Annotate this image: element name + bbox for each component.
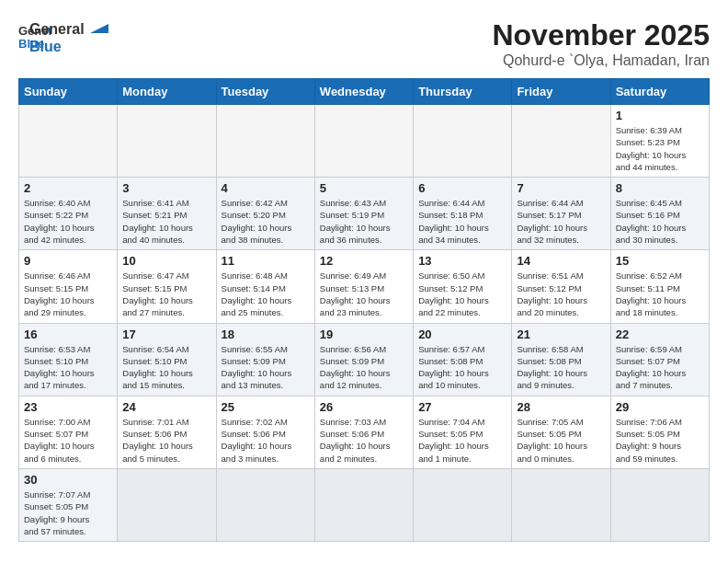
day-number: 16 [24, 327, 112, 341]
day-number: 9 [24, 254, 112, 268]
day-number: 11 [222, 254, 310, 268]
day-info: Sunrise: 7:04 AM Sunset: 5:05 PM Dayligh… [418, 416, 506, 465]
weekday-monday: Monday [118, 79, 216, 105]
calendar-cell: 12Sunrise: 6:49 AM Sunset: 5:13 PM Dayli… [314, 250, 413, 323]
day-info: Sunrise: 6:51 AM Sunset: 5:12 PM Dayligh… [517, 270, 605, 318]
page-title: November 2025 [492, 18, 710, 52]
weekday-header-row: SundayMondayTuesdayWednesdayThursdayFrid… [19, 79, 710, 105]
week-row-2: 2Sunrise: 6:40 AM Sunset: 5:22 PM Daylig… [19, 178, 710, 250]
calendar-cell [216, 105, 314, 178]
logo-general-text: General [29, 20, 85, 38]
day-info: Sunrise: 7:06 AM Sunset: 5:05 PM Dayligh… [616, 416, 704, 465]
weekday-sunday: Sunday [19, 79, 118, 105]
calendar-cell: 2Sunrise: 6:40 AM Sunset: 5:22 PM Daylig… [19, 178, 118, 250]
calendar-cell: 1Sunrise: 6:39 AM Sunset: 5:23 PM Daylig… [610, 105, 709, 178]
day-info: Sunrise: 6:55 AM Sunset: 5:09 PM Dayligh… [222, 343, 310, 392]
day-info: Sunrise: 6:56 AM Sunset: 5:09 PM Dayligh… [320, 343, 408, 392]
week-row-6: 30Sunrise: 7:07 AM Sunset: 5:05 PM Dayli… [19, 468, 710, 541]
day-info: Sunrise: 6:41 AM Sunset: 5:21 PM Dayligh… [122, 197, 210, 246]
calendar-cell: 18Sunrise: 6:55 AM Sunset: 5:09 PM Dayli… [216, 323, 314, 396]
week-row-5: 23Sunrise: 7:00 AM Sunset: 5:07 PM Dayli… [19, 396, 710, 468]
calendar-cell: 21Sunrise: 6:58 AM Sunset: 5:08 PM Dayli… [512, 323, 610, 396]
day-number: 10 [122, 254, 210, 268]
day-number: 19 [320, 327, 408, 341]
calendar-cell: 15Sunrise: 6:52 AM Sunset: 5:11 PM Dayli… [610, 250, 709, 323]
weekday-saturday: Saturday [610, 79, 709, 105]
day-info: Sunrise: 6:44 AM Sunset: 5:17 PM Dayligh… [517, 197, 605, 246]
day-number: 18 [222, 327, 310, 341]
day-info: Sunrise: 6:58 AM Sunset: 5:08 PM Dayligh… [517, 343, 605, 392]
day-number: 29 [616, 400, 704, 414]
day-info: Sunrise: 6:45 AM Sunset: 5:16 PM Dayligh… [616, 197, 704, 246]
day-number: 20 [418, 327, 506, 341]
page-subtitle: Qohurd-e `Olya, Hamadan, Iran [492, 52, 710, 69]
day-number: 25 [222, 400, 310, 414]
day-info: Sunrise: 7:00 AM Sunset: 5:07 PM Dayligh… [24, 416, 112, 465]
day-number: 7 [517, 181, 605, 195]
day-number: 8 [616, 181, 704, 195]
day-number: 22 [616, 327, 704, 341]
day-info: Sunrise: 6:57 AM Sunset: 5:08 PM Dayligh… [418, 343, 506, 392]
day-info: Sunrise: 6:53 AM Sunset: 5:10 PM Dayligh… [24, 343, 112, 392]
calendar-cell: 22Sunrise: 6:59 AM Sunset: 5:07 PM Dayli… [610, 323, 709, 396]
day-number: 24 [122, 400, 210, 414]
day-number: 6 [418, 181, 506, 195]
calendar-cell: 20Sunrise: 6:57 AM Sunset: 5:08 PM Dayli… [414, 323, 512, 396]
calendar-cell: 25Sunrise: 7:02 AM Sunset: 5:06 PM Dayli… [216, 396, 314, 468]
day-info: Sunrise: 6:59 AM Sunset: 5:07 PM Dayligh… [616, 343, 704, 392]
logo-blue-text: Blue [29, 38, 85, 55]
day-info: Sunrise: 7:01 AM Sunset: 5:06 PM Dayligh… [122, 416, 210, 465]
day-number: 5 [320, 181, 408, 195]
calendar-cell: 7Sunrise: 6:44 AM Sunset: 5:17 PM Daylig… [512, 178, 610, 250]
day-info: Sunrise: 6:43 AM Sunset: 5:19 PM Dayligh… [320, 197, 408, 246]
weekday-wednesday: Wednesday [314, 79, 413, 105]
day-info: Sunrise: 6:39 AM Sunset: 5:23 PM Dayligh… [616, 124, 704, 173]
day-info: Sunrise: 6:54 AM Sunset: 5:10 PM Dayligh… [122, 343, 210, 392]
calendar-cell: 9Sunrise: 6:46 AM Sunset: 5:15 PM Daylig… [19, 250, 118, 323]
calendar-cell [216, 468, 314, 541]
day-info: Sunrise: 6:44 AM Sunset: 5:18 PM Dayligh… [418, 197, 506, 246]
day-info: Sunrise: 6:46 AM Sunset: 5:15 PM Dayligh… [24, 270, 112, 318]
calendar-cell: 24Sunrise: 7:01 AM Sunset: 5:06 PM Dayli… [118, 396, 216, 468]
calendar-cell: 27Sunrise: 7:04 AM Sunset: 5:05 PM Dayli… [414, 396, 512, 468]
calendar-cell: 14Sunrise: 6:51 AM Sunset: 5:12 PM Dayli… [512, 250, 610, 323]
logo: General Blue General Blue [18, 18, 108, 55]
day-number: 26 [320, 400, 408, 414]
calendar-cell [610, 468, 709, 541]
weekday-friday: Friday [512, 79, 610, 105]
calendar-cell [118, 105, 216, 178]
day-info: Sunrise: 7:02 AM Sunset: 5:06 PM Dayligh… [222, 416, 310, 465]
day-info: Sunrise: 7:07 AM Sunset: 5:05 PM Dayligh… [24, 488, 112, 537]
calendar-cell: 6Sunrise: 6:44 AM Sunset: 5:18 PM Daylig… [414, 178, 512, 250]
title-block: November 2025 Qohurd-e `Olya, Hamadan, I… [492, 18, 710, 69]
day-info: Sunrise: 6:40 AM Sunset: 5:22 PM Dayligh… [24, 197, 112, 246]
calendar-cell: 8Sunrise: 6:45 AM Sunset: 5:16 PM Daylig… [610, 178, 709, 250]
calendar-cell: 4Sunrise: 6:42 AM Sunset: 5:20 PM Daylig… [216, 178, 314, 250]
week-row-3: 9Sunrise: 6:46 AM Sunset: 5:15 PM Daylig… [19, 250, 710, 323]
day-info: Sunrise: 7:05 AM Sunset: 5:05 PM Dayligh… [517, 416, 605, 465]
calendar-cell: 17Sunrise: 6:54 AM Sunset: 5:10 PM Dayli… [118, 323, 216, 396]
day-info: Sunrise: 7:03 AM Sunset: 5:06 PM Dayligh… [320, 416, 408, 465]
day-number: 27 [418, 400, 506, 414]
calendar-cell [512, 468, 610, 541]
day-info: Sunrise: 6:52 AM Sunset: 5:11 PM Dayligh… [616, 270, 704, 318]
day-info: Sunrise: 6:42 AM Sunset: 5:20 PM Dayligh… [222, 197, 310, 246]
calendar-cell: 5Sunrise: 6:43 AM Sunset: 5:19 PM Daylig… [314, 178, 413, 250]
day-number: 2 [24, 181, 112, 195]
page-header: General Blue General Blue November 2025 … [18, 18, 710, 69]
calendar-table: SundayMondayTuesdayWednesdayThursdayFrid… [18, 78, 710, 542]
week-row-4: 16Sunrise: 6:53 AM Sunset: 5:10 PM Dayli… [19, 323, 710, 396]
day-info: Sunrise: 6:48 AM Sunset: 5:14 PM Dayligh… [222, 270, 310, 318]
day-number: 17 [122, 327, 210, 341]
day-number: 28 [517, 400, 605, 414]
calendar-cell [19, 105, 118, 178]
calendar-cell: 23Sunrise: 7:00 AM Sunset: 5:07 PM Dayli… [19, 396, 118, 468]
day-number: 30 [24, 473, 112, 487]
calendar-cell: 13Sunrise: 6:50 AM Sunset: 5:12 PM Dayli… [414, 250, 512, 323]
calendar-cell: 28Sunrise: 7:05 AM Sunset: 5:05 PM Dayli… [512, 396, 610, 468]
weekday-thursday: Thursday [414, 79, 512, 105]
calendar-cell: 26Sunrise: 7:03 AM Sunset: 5:06 PM Dayli… [314, 396, 413, 468]
day-number: 12 [320, 254, 408, 268]
day-info: Sunrise: 6:49 AM Sunset: 5:13 PM Dayligh… [320, 270, 408, 318]
calendar-cell: 16Sunrise: 6:53 AM Sunset: 5:10 PM Dayli… [19, 323, 118, 396]
